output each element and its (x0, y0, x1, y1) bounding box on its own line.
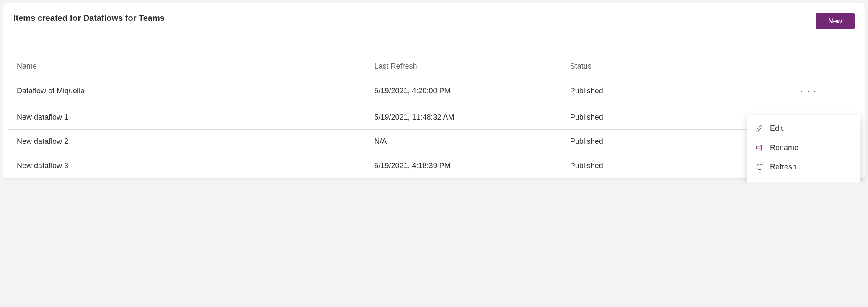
cell-status: Published (562, 77, 757, 105)
panel-title: Items created for Dataflows for Teams (13, 13, 165, 23)
cell-name[interactable]: New dataflow 1 (8, 105, 366, 130)
menu-item-show-refresh-history[interactable]: Show refresh history (747, 177, 860, 182)
cell-status: Published (562, 154, 757, 178)
column-header-status[interactable]: Status (562, 56, 757, 77)
cell-last-refresh: N/A (366, 130, 561, 154)
menu-item-edit[interactable]: Edit (747, 119, 860, 138)
context-menu: Edit Rename Refresh Show refresh history… (747, 115, 860, 182)
menu-item-label: Edit (770, 124, 783, 133)
table-row: New dataflow 1 5/19/2021, 11:48:32 AM Pu… (8, 105, 860, 130)
cell-last-refresh: 5/19/2021, 4:18:39 PM (366, 154, 561, 178)
column-header-actions (757, 56, 860, 77)
dataflows-panel: Items created for Dataflows for Teams Ne… (3, 3, 865, 178)
column-header-name[interactable]: Name (8, 56, 366, 77)
table-row: Dataflow of Miquella 5/19/2021, 4:20:00 … (8, 77, 860, 105)
dataflows-table: Name Last Refresh Status Dataflow of Miq… (8, 56, 860, 178)
cell-name[interactable]: New dataflow 3 (8, 154, 366, 178)
cell-name[interactable]: Dataflow of Miquella (8, 77, 366, 105)
menu-item-rename[interactable]: Rename (747, 138, 860, 157)
new-button[interactable]: New (816, 13, 855, 29)
menu-item-refresh[interactable]: Refresh (747, 157, 860, 177)
menu-item-label: Rename (770, 143, 798, 152)
cell-last-refresh: 5/19/2021, 11:48:32 AM (366, 105, 561, 130)
cell-actions: · · · (757, 77, 860, 105)
refresh-icon (755, 162, 764, 171)
cell-status: Published (562, 130, 757, 154)
panel-header: Items created for Dataflows for Teams Ne… (8, 13, 860, 39)
table-row: New dataflow 3 5/19/2021, 4:18:39 PM Pub… (8, 154, 860, 178)
svg-rect-0 (757, 146, 762, 149)
menu-item-label: Refresh (770, 163, 796, 171)
more-options-button[interactable]: · · · (797, 84, 820, 97)
pencil-icon (755, 124, 764, 133)
more-horizontal-icon: · · · (801, 86, 816, 95)
cell-status: Published (562, 105, 757, 130)
table-row: New dataflow 2 N/A Published (8, 130, 860, 154)
cell-last-refresh: 5/19/2021, 4:20:00 PM (366, 77, 561, 105)
column-header-last-refresh[interactable]: Last Refresh (366, 56, 561, 77)
cell-name[interactable]: New dataflow 2 (8, 130, 366, 154)
rename-icon (755, 143, 764, 152)
